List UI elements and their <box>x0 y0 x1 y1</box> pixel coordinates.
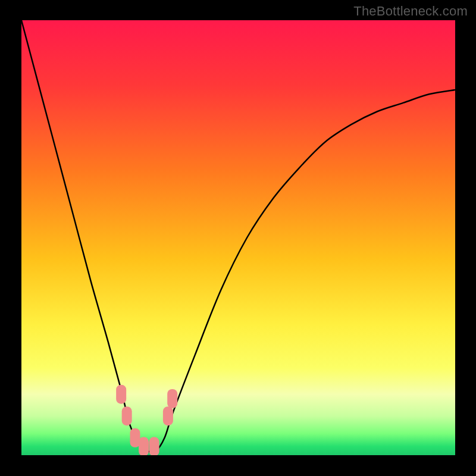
data-marker <box>122 406 132 425</box>
plot-area <box>21 20 455 455</box>
chart-container: TheBottleneck.com <box>0 0 476 476</box>
chart-svg <box>21 20 455 455</box>
gradient-background <box>21 20 455 455</box>
data-marker <box>167 389 177 408</box>
data-marker <box>163 406 173 425</box>
data-marker <box>116 385 126 404</box>
data-marker <box>149 437 159 455</box>
data-marker <box>130 428 140 447</box>
watermark-text: TheBottleneck.com <box>353 4 468 19</box>
data-marker <box>139 437 149 455</box>
